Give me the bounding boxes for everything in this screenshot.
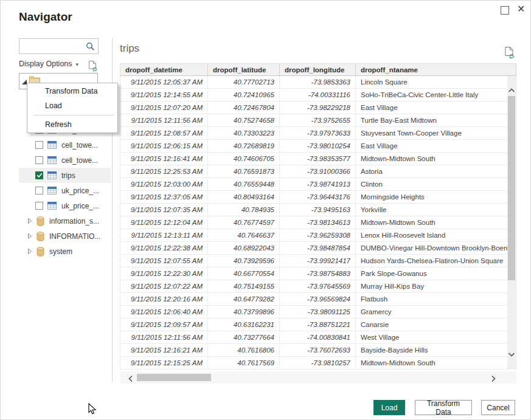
chevron-expanded-icon[interactable]	[22, 80, 27, 84]
cell-dropoff_latitude: 40.75274658	[208, 114, 280, 127]
vertical-scroll-thumb[interactable]	[508, 96, 515, 280]
chevron-right-icon[interactable]	[27, 248, 32, 255]
table-row: 9/11/2015 12:20:16 AM40.64779282-73.9656…	[120, 293, 516, 306]
checkbox-unchecked[interactable]	[35, 141, 43, 149]
scroll-up-icon[interactable]	[508, 84, 515, 95]
refresh-data-icon[interactable]	[504, 46, 516, 62]
sidebar-item-uk-price[interactable]: uk_price_...	[19, 183, 111, 198]
cell-dropoff_longitude: -73.99921417	[280, 255, 356, 267]
cell-dropoff_datetime: 9/11/2015 12:22:38 AM	[120, 242, 208, 255]
tree-item-label: uk_price_...	[61, 202, 99, 210]
cell-dropoff_datetime: 9/11/2015 12:22:30 AM	[120, 267, 208, 280]
sidebar-item-informatio[interactable]: INFORMATIO...	[19, 229, 111, 244]
cell-dropoff_longitude: -73.97973633	[280, 127, 356, 140]
cell-dropoff_longitude: -73.98741913	[280, 178, 356, 191]
cell-dropoff_ntaname: East Village	[356, 102, 516, 114]
cell-dropoff_latitude: 40.784935	[208, 204, 280, 216]
chevron-right-icon[interactable]	[27, 218, 32, 224]
table-row: 9/11/2015 12:22:30 AM40.66770554-73.9875…	[120, 267, 516, 280]
table-row: 9/11/2015 12:06:40 AM40.73799896-73.9809…	[120, 306, 516, 318]
table-row: 9/11/2015 12:07:55 AM40.73929596-73.9992…	[120, 255, 516, 267]
table-row: 9/11/2015 12:07:22 AM40.75149155-73.9764…	[120, 280, 516, 293]
cell-dropoff_longitude: -73.98091125	[280, 306, 356, 318]
cell-dropoff_datetime: 9/11/2015 12:25:53 AM	[120, 165, 208, 178]
display-options-label: Display Options	[19, 60, 72, 68]
column-header-dropoff_latitude: dropoff_latitude	[208, 63, 280, 76]
preview-table: dropoff_datetimedropoff_latitudedropoff_…	[120, 63, 516, 370]
sidebar-item-information-s[interactable]: information_s...	[19, 213, 111, 229]
cell-dropoff_ntaname: West Village	[356, 331, 516, 344]
table-row: 9/11/2015 12:09:57 AM40.63162231-73.8875…	[120, 318, 516, 331]
cell-dropoff_longitude: -73.96569824	[280, 293, 356, 306]
cell-dropoff_longitude: -73.91000366	[280, 165, 356, 178]
cell-dropoff_longitude: -73.98487854	[280, 242, 356, 255]
menu-separator	[33, 115, 114, 115]
table-icon	[47, 171, 57, 179]
cell-dropoff_ntaname: Flatbush	[356, 293, 516, 306]
cell-dropoff_latitude: 40.72689819	[208, 140, 280, 153]
cell-dropoff_latitude: 40.72410965	[208, 89, 280, 102]
horizontal-scrollbar[interactable]	[120, 371, 516, 384]
scroll-right-icon[interactable]	[491, 374, 496, 385]
close-icon[interactable]: ✕	[517, 2, 525, 16]
search-input[interactable]	[19, 39, 88, 52]
cell-dropoff_latitude: 40.76591873	[208, 165, 280, 178]
sidebar-item-cell-towe[interactable]: cell_towe...	[19, 137, 111, 153]
sidebar-item-system[interactable]: system	[19, 244, 111, 259]
vertical-scrollbar[interactable]	[507, 76, 516, 370]
cell-dropoff_ntaname: SoHo-TriBeCa-Civic Center-Little Italy	[356, 89, 516, 102]
scroll-left-icon[interactable]	[128, 374, 133, 385]
load-button[interactable]: Load	[373, 400, 405, 415]
horizontal-scroll-thumb[interactable]	[137, 374, 211, 381]
sidebar-item-cell-towe[interactable]: cell_towe...	[19, 153, 111, 168]
display-options-dropdown[interactable]: Display Options▾	[19, 60, 78, 68]
cell-dropoff_longitude: -73.9810257	[280, 357, 356, 370]
cell-dropoff_latitude: 40.73277664	[208, 331, 280, 344]
table-icon	[47, 156, 57, 164]
checkbox-unchecked[interactable]	[35, 187, 43, 195]
sidebar-item-uk-price[interactable]: uk_price_...	[19, 198, 111, 213]
transform-data-button[interactable]: Transform Data	[415, 400, 472, 415]
checkbox-unchecked[interactable]	[35, 202, 43, 210]
menu-item-transform-data[interactable]: Transform Data	[27, 84, 117, 98]
sidebar-item-trips[interactable]: trips	[19, 168, 111, 183]
table-row: 9/11/2015 12:03:00 AM40.76559448-73.9874…	[120, 178, 516, 191]
database-icon	[36, 247, 44, 256]
checkbox-checked[interactable]	[35, 171, 43, 179]
scroll-down-icon[interactable]	[508, 348, 515, 359]
cell-dropoff_latitude: 40.7617569	[208, 357, 280, 370]
cell-dropoff_longitude: -73.98353577	[280, 153, 356, 165]
dialog-title: Navigator	[19, 10, 72, 24]
cancel-button[interactable]: Cancel	[481, 400, 515, 415]
maximize-icon[interactable]	[501, 6, 509, 15]
table-icon	[47, 141, 57, 149]
table-row: 9/11/2015 12:16:21 AM40.7616806-73.76072…	[120, 344, 516, 357]
table-row: 9/11/2015 12:07:20 AM40.72467804-73.9822…	[120, 102, 516, 114]
cell-dropoff_datetime: 9/11/2015 12:14:55 AM	[120, 89, 208, 102]
checkbox-unchecked[interactable]	[35, 156, 43, 164]
cell-dropoff_longitude: -73.98229218	[280, 102, 356, 114]
mouse-cursor	[88, 403, 97, 418]
cell-dropoff_latitude: 40.63162231	[208, 318, 280, 331]
cell-dropoff_datetime: 9/11/2015 12:15:25 AM	[120, 357, 208, 370]
cell-dropoff_datetime: 9/11/2015 12:16:41 AM	[120, 153, 208, 165]
search-box	[19, 38, 99, 54]
cell-dropoff_latitude: 40.7616806	[208, 344, 280, 357]
cell-dropoff_datetime: 9/11/2015 12:13:11 AM	[120, 229, 208, 242]
cell-dropoff_datetime: 9/11/2015 12:37:05 AM	[120, 191, 208, 204]
cell-dropoff_ntaname: Turtle Bay-East Midtown	[356, 114, 516, 127]
preview-header-row: dropoff_datetimedropoff_latitudedropoff_…	[120, 63, 516, 76]
chevron-right-icon[interactable]	[27, 233, 32, 239]
table-row: 9/11/2015 12:12:04 AM40.76774597-73.9813…	[120, 216, 516, 229]
cell-dropoff_longitude: -73.98754883	[280, 267, 356, 280]
table-row: 9/11/2015 12:11:56 AM40.75274658-73.9752…	[120, 114, 516, 127]
menu-item-load[interactable]: Load	[27, 98, 117, 113]
cell-dropoff_ntaname: East Village	[356, 140, 516, 153]
menu-item-refresh[interactable]: Refresh	[27, 117, 117, 132]
cell-dropoff_ntaname: Clinton	[356, 178, 516, 191]
table-row: 9/11/2015 12:16:41 AM40.74606705-73.9835…	[120, 153, 516, 165]
column-header-dropoff_longitude: dropoff_longitude	[280, 63, 356, 76]
cell-dropoff_ntaname: Astoria	[356, 165, 516, 178]
database-icon	[36, 232, 44, 241]
cell-dropoff_ntaname: Gramercy	[356, 306, 516, 318]
